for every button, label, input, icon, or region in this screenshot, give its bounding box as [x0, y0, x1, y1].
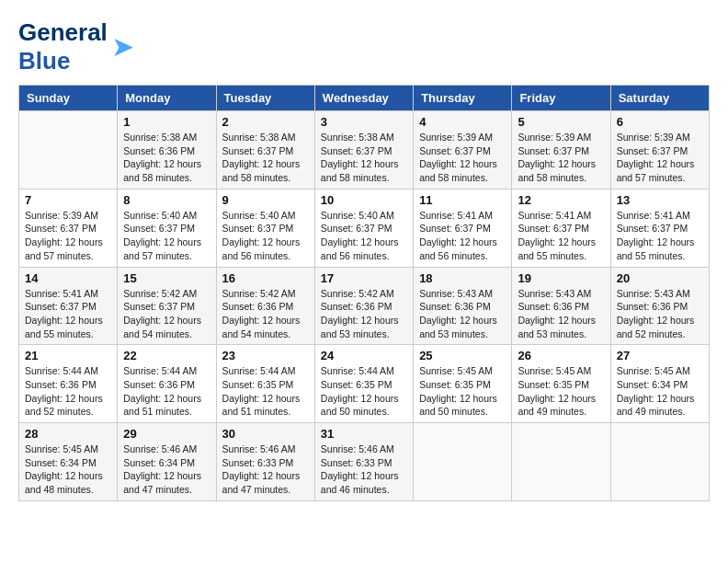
day-info: Sunrise: 5:41 AM Sunset: 6:37 PM Dayligh… [617, 209, 703, 263]
col-header-tuesday: Tuesday [216, 86, 314, 111]
day-info: Sunrise: 5:46 AM Sunset: 6:33 PM Dayligh… [222, 442, 309, 497]
day-info: Sunrise: 5:44 AM Sunset: 6:35 PM Dayligh… [321, 364, 407, 419]
day-cell: 21Sunrise: 5:44 AM Sunset: 6:36 PM Dayli… [19, 345, 118, 423]
day-info: Sunrise: 5:40 AM Sunset: 6:37 PM Dayligh… [222, 209, 309, 263]
col-header-monday: Monday [118, 86, 216, 111]
day-cell: 29Sunrise: 5:46 AM Sunset: 6:34 PM Dayli… [118, 423, 216, 501]
day-cell: 17Sunrise: 5:42 AM Sunset: 6:36 PM Dayli… [314, 267, 413, 345]
day-cell: 13Sunrise: 5:41 AM Sunset: 6:37 PM Dayli… [610, 189, 709, 267]
day-number: 26 [518, 349, 604, 362]
day-cell: 27Sunrise: 5:45 AM Sunset: 6:34 PM Dayli… [610, 345, 709, 423]
day-number: 23 [222, 349, 309, 362]
day-info: Sunrise: 5:44 AM Sunset: 6:36 PM Dayligh… [123, 364, 210, 419]
day-number: 21 [25, 349, 111, 362]
day-number: 7 [25, 193, 111, 207]
day-number: 24 [321, 349, 407, 362]
day-cell: 5Sunrise: 5:39 AM Sunset: 6:37 PM Daylig… [512, 111, 610, 190]
week-row-4: 21Sunrise: 5:44 AM Sunset: 6:36 PM Dayli… [19, 345, 710, 423]
col-header-friday: Friday [512, 86, 610, 111]
logo: General Blue ➤ [18, 18, 134, 75]
day-number: 18 [419, 271, 506, 285]
day-cell: 4Sunrise: 5:39 AM Sunset: 6:37 PM Daylig… [414, 111, 512, 190]
day-info: Sunrise: 5:43 AM Sunset: 6:36 PM Dayligh… [419, 287, 506, 341]
day-number: 9 [222, 193, 309, 207]
day-cell: 14Sunrise: 5:41 AM Sunset: 6:37 PM Dayli… [19, 267, 118, 345]
day-number: 1 [123, 115, 210, 129]
day-number: 11 [419, 193, 506, 207]
day-cell: 30Sunrise: 5:46 AM Sunset: 6:33 PM Dayli… [216, 423, 314, 501]
header-row: SundayMondayTuesdayWednesdayThursdayFrid… [19, 86, 710, 111]
day-number: 8 [123, 193, 210, 207]
day-info: Sunrise: 5:43 AM Sunset: 6:36 PM Dayligh… [518, 287, 604, 341]
day-number: 4 [419, 115, 506, 129]
day-cell: 12Sunrise: 5:41 AM Sunset: 6:37 PM Dayli… [512, 189, 610, 267]
day-number: 14 [25, 271, 111, 285]
day-info: Sunrise: 5:42 AM Sunset: 6:36 PM Dayligh… [321, 287, 407, 341]
day-number: 16 [222, 271, 309, 285]
day-cell: 28Sunrise: 5:45 AM Sunset: 6:34 PM Dayli… [19, 423, 118, 501]
day-info: Sunrise: 5:39 AM Sunset: 6:37 PM Dayligh… [518, 131, 604, 185]
col-header-sunday: Sunday [19, 86, 118, 111]
week-row-5: 28Sunrise: 5:45 AM Sunset: 6:34 PM Dayli… [19, 423, 710, 501]
day-number: 19 [518, 271, 604, 285]
day-info: Sunrise: 5:41 AM Sunset: 6:37 PM Dayligh… [419, 209, 506, 263]
day-number: 6 [617, 115, 703, 129]
day-info: Sunrise: 5:46 AM Sunset: 6:34 PM Dayligh… [123, 442, 210, 497]
day-cell: 11Sunrise: 5:41 AM Sunset: 6:37 PM Dayli… [414, 189, 512, 267]
week-row-2: 7Sunrise: 5:39 AM Sunset: 6:37 PM Daylig… [19, 189, 710, 267]
day-cell: 19Sunrise: 5:43 AM Sunset: 6:36 PM Dayli… [512, 267, 610, 345]
day-info: Sunrise: 5:39 AM Sunset: 6:37 PM Dayligh… [617, 131, 703, 185]
day-cell: 9Sunrise: 5:40 AM Sunset: 6:37 PM Daylig… [216, 189, 314, 267]
day-cell: 18Sunrise: 5:43 AM Sunset: 6:36 PM Dayli… [414, 267, 512, 345]
day-info: Sunrise: 5:38 AM Sunset: 6:37 PM Dayligh… [321, 131, 407, 185]
day-info: Sunrise: 5:42 AM Sunset: 6:37 PM Dayligh… [123, 287, 210, 341]
day-info: Sunrise: 5:45 AM Sunset: 6:35 PM Dayligh… [518, 364, 604, 419]
day-info: Sunrise: 5:45 AM Sunset: 6:35 PM Dayligh… [419, 364, 506, 419]
day-number: 3 [321, 115, 407, 129]
day-cell: 24Sunrise: 5:44 AM Sunset: 6:35 PM Dayli… [314, 345, 413, 423]
col-header-saturday: Saturday [610, 86, 709, 111]
week-row-1: 1Sunrise: 5:38 AM Sunset: 6:36 PM Daylig… [19, 111, 710, 190]
header: General Blue ➤ [18, 18, 710, 75]
day-number: 28 [25, 427, 111, 441]
day-cell: 23Sunrise: 5:44 AM Sunset: 6:35 PM Dayli… [216, 345, 314, 423]
day-cell: 16Sunrise: 5:42 AM Sunset: 6:36 PM Dayli… [216, 267, 314, 345]
col-header-thursday: Thursday [414, 86, 512, 111]
calendar-table: SundayMondayTuesdayWednesdayThursdayFrid… [18, 85, 710, 501]
day-info: Sunrise: 5:42 AM Sunset: 6:36 PM Dayligh… [222, 287, 309, 341]
day-cell: 10Sunrise: 5:40 AM Sunset: 6:37 PM Dayli… [314, 189, 413, 267]
day-info: Sunrise: 5:41 AM Sunset: 6:37 PM Dayligh… [518, 209, 604, 263]
day-info: Sunrise: 5:43 AM Sunset: 6:36 PM Dayligh… [617, 287, 703, 341]
day-cell: 15Sunrise: 5:42 AM Sunset: 6:37 PM Dayli… [118, 267, 216, 345]
day-info: Sunrise: 5:40 AM Sunset: 6:37 PM Dayligh… [123, 209, 210, 263]
day-number: 17 [321, 271, 407, 285]
day-number: 29 [123, 427, 210, 441]
day-number: 15 [123, 271, 210, 285]
day-number: 10 [321, 193, 407, 207]
day-cell: 8Sunrise: 5:40 AM Sunset: 6:37 PM Daylig… [118, 189, 216, 267]
day-cell: 3Sunrise: 5:38 AM Sunset: 6:37 PM Daylig… [314, 111, 413, 190]
day-info: Sunrise: 5:40 AM Sunset: 6:37 PM Dayligh… [321, 209, 407, 263]
col-header-wednesday: Wednesday [314, 86, 413, 111]
day-number: 5 [518, 115, 604, 129]
day-cell: 20Sunrise: 5:43 AM Sunset: 6:36 PM Dayli… [610, 267, 709, 345]
day-info: Sunrise: 5:45 AM Sunset: 6:34 PM Dayligh… [617, 364, 703, 419]
week-row-3: 14Sunrise: 5:41 AM Sunset: 6:37 PM Dayli… [19, 267, 710, 345]
day-info: Sunrise: 5:46 AM Sunset: 6:33 PM Dayligh… [321, 442, 407, 497]
day-cell: 7Sunrise: 5:39 AM Sunset: 6:37 PM Daylig… [19, 189, 118, 267]
day-number: 22 [123, 349, 210, 362]
day-number: 25 [419, 349, 506, 362]
day-cell [414, 423, 512, 501]
day-cell [610, 423, 709, 501]
day-info: Sunrise: 5:45 AM Sunset: 6:34 PM Dayligh… [25, 442, 111, 497]
day-info: Sunrise: 5:44 AM Sunset: 6:36 PM Dayligh… [25, 364, 111, 419]
day-info: Sunrise: 5:38 AM Sunset: 6:36 PM Dayligh… [123, 131, 210, 185]
day-number: 2 [222, 115, 309, 129]
day-number: 27 [617, 349, 703, 362]
day-cell: 1Sunrise: 5:38 AM Sunset: 6:36 PM Daylig… [118, 111, 216, 190]
day-info: Sunrise: 5:38 AM Sunset: 6:37 PM Dayligh… [222, 131, 309, 185]
day-cell: 6Sunrise: 5:39 AM Sunset: 6:37 PM Daylig… [610, 111, 709, 190]
day-info: Sunrise: 5:41 AM Sunset: 6:37 PM Dayligh… [25, 287, 111, 341]
day-number: 31 [321, 427, 407, 441]
day-cell: 25Sunrise: 5:45 AM Sunset: 6:35 PM Dayli… [414, 345, 512, 423]
